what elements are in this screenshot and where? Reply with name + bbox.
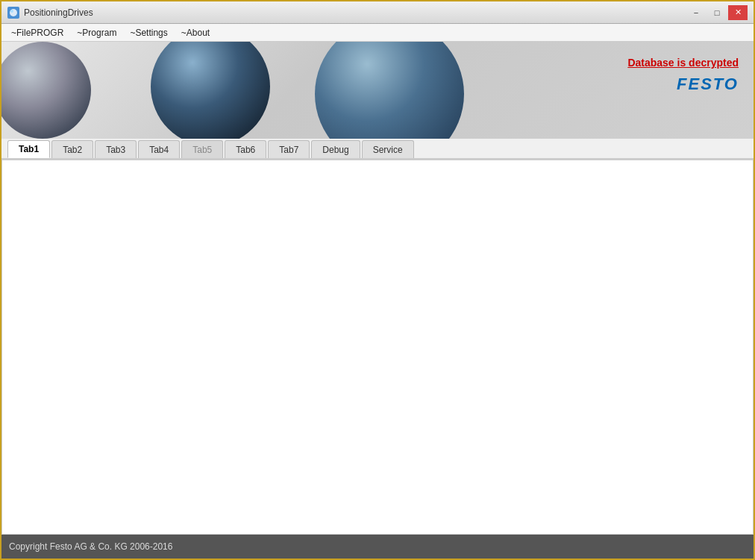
svg-point-1 [10, 10, 13, 13]
menu-bar: ~FilePROGR ~Program ~Settings ~About [1, 24, 754, 42]
minimize-button[interactable]: − [686, 5, 706, 20]
title-bar: PositioningDrives − □ ✕ [1, 1, 754, 24]
menu-settings[interactable]: ~Settings [123, 25, 174, 40]
header-text: Database is decrypted FESTO [627, 57, 739, 94]
window-controls: − □ ✕ [686, 5, 748, 20]
tab-tab7[interactable]: Tab7 [268, 140, 310, 158]
maximize-button[interactable]: □ [707, 5, 727, 20]
sphere-center [151, 42, 270, 139]
festo-logo: FESTO [627, 75, 739, 94]
tab-tab6[interactable]: Tab6 [225, 140, 266, 158]
close-button[interactable]: ✕ [728, 5, 748, 20]
menu-about[interactable]: ~About [175, 25, 216, 40]
menu-program[interactable]: ~Program [70, 25, 123, 40]
tab-tab2[interactable]: Tab2 [51, 140, 93, 158]
sphere-left [1, 42, 91, 139]
sphere-right [315, 42, 464, 139]
db-status: Database is decrypted [627, 57, 739, 69]
window-title: PositioningDrives [24, 7, 93, 18]
tab-tab5: Tab5 [181, 140, 223, 158]
copyright-text: Copyright Festo AG & Co. KG 2006-2016 [9, 541, 172, 552]
tab-tab3[interactable]: Tab3 [95, 140, 137, 158]
tab-service[interactable]: Service [362, 140, 414, 158]
header-spheres [1, 42, 300, 139]
tab-tab4[interactable]: Tab4 [138, 140, 180, 158]
main-content [1, 160, 754, 535]
app-icon [7, 7, 19, 19]
main-window: PositioningDrives − □ ✕ ~FilePROGR ~Prog… [0, 0, 755, 560]
tab-tab1[interactable]: Tab1 [7, 140, 50, 158]
title-bar-left: PositioningDrives [7, 7, 93, 19]
footer: Copyright Festo AG & Co. KG 2006-2016 [1, 535, 754, 559]
svg-point-0 [10, 9, 17, 16]
header-area: Database is decrypted FESTO [1, 42, 754, 139]
menu-file[interactable]: ~FilePROGR [4, 25, 70, 40]
tab-bar: Tab1 Tab2 Tab3 Tab4 Tab5 Tab6 Tab7 Debug… [1, 139, 754, 160]
tab-debug[interactable]: Debug [311, 140, 360, 158]
